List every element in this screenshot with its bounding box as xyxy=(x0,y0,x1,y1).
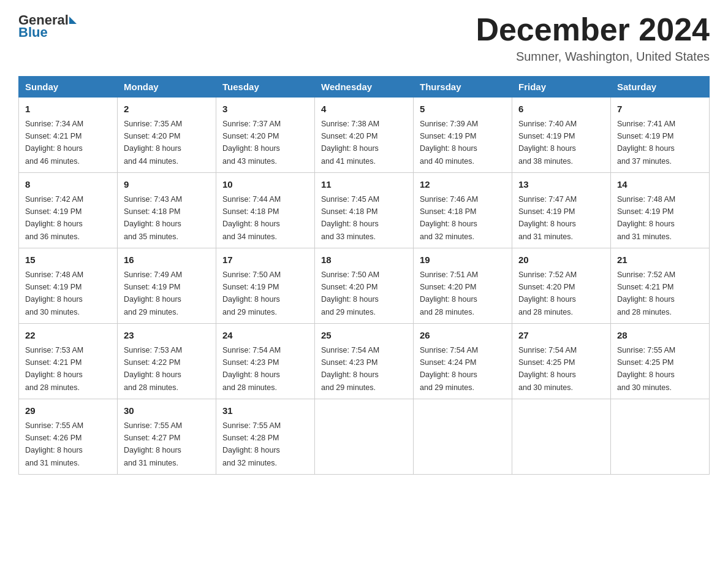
day-number: 28 xyxy=(617,329,703,343)
day-info: Sunrise: 7:52 AMSunset: 4:21 PMDaylight:… xyxy=(617,270,675,316)
calendar-cell: 15Sunrise: 7:48 AMSunset: 4:19 PMDayligh… xyxy=(19,248,118,324)
day-number: 8 xyxy=(25,178,111,192)
calendar-cell xyxy=(611,399,710,475)
day-number: 4 xyxy=(321,102,407,117)
calendar-cell: 31Sunrise: 7:55 AMSunset: 4:28 PMDayligh… xyxy=(216,399,315,475)
calendar-cell: 10Sunrise: 7:44 AMSunset: 4:18 PMDayligh… xyxy=(216,173,315,248)
title-section: December 2024 Sumner, Washington, United… xyxy=(476,12,710,64)
day-info: Sunrise: 7:41 AMSunset: 4:19 PMDaylight:… xyxy=(617,120,675,166)
week-row-2: 8Sunrise: 7:42 AMSunset: 4:19 PMDaylight… xyxy=(19,173,710,248)
page-header: General Blue December 2024 Sumner, Washi… xyxy=(18,12,710,64)
day-number: 30 xyxy=(124,404,210,418)
day-number: 18 xyxy=(321,253,407,267)
calendar-cell: 26Sunrise: 7:54 AMSunset: 4:24 PMDayligh… xyxy=(414,324,512,399)
day-info: Sunrise: 7:55 AMSunset: 4:26 PMDaylight:… xyxy=(25,421,83,467)
day-info: Sunrise: 7:54 AMSunset: 4:24 PMDaylight:… xyxy=(420,346,478,392)
day-info: Sunrise: 7:55 AMSunset: 4:28 PMDaylight:… xyxy=(222,421,281,467)
day-info: Sunrise: 7:54 AMSunset: 4:23 PMDaylight:… xyxy=(222,346,281,392)
day-info: Sunrise: 7:37 AMSunset: 4:20 PMDaylight:… xyxy=(222,120,281,166)
day-number: 2 xyxy=(124,102,210,117)
day-number: 9 xyxy=(124,178,210,192)
calendar-cell: 17Sunrise: 7:50 AMSunset: 4:19 PMDayligh… xyxy=(216,248,315,324)
logo-blue-text: Blue xyxy=(18,25,48,40)
day-info: Sunrise: 7:54 AMSunset: 4:23 PMDaylight:… xyxy=(321,346,379,392)
day-info: Sunrise: 7:39 AMSunset: 4:19 PMDaylight:… xyxy=(420,120,478,166)
day-number: 5 xyxy=(420,102,506,117)
header-friday: Friday xyxy=(512,77,611,98)
day-info: Sunrise: 7:38 AMSunset: 4:20 PMDaylight:… xyxy=(321,120,379,166)
day-number: 26 xyxy=(420,329,506,343)
day-info: Sunrise: 7:46 AMSunset: 4:18 PMDaylight:… xyxy=(420,195,478,241)
header-sunday: Sunday xyxy=(19,77,118,98)
calendar-cell: 21Sunrise: 7:52 AMSunset: 4:21 PMDayligh… xyxy=(611,248,710,324)
day-number: 11 xyxy=(321,178,407,192)
header-thursday: Thursday xyxy=(414,77,512,98)
day-number: 27 xyxy=(518,329,604,343)
calendar-cell: 12Sunrise: 7:46 AMSunset: 4:18 PMDayligh… xyxy=(414,173,512,248)
calendar-cell: 5Sunrise: 7:39 AMSunset: 4:19 PMDaylight… xyxy=(414,98,512,173)
day-info: Sunrise: 7:53 AMSunset: 4:22 PMDaylight:… xyxy=(124,346,182,392)
day-number: 6 xyxy=(518,102,604,117)
day-number: 3 xyxy=(222,102,308,117)
day-info: Sunrise: 7:55 AMSunset: 4:27 PMDaylight:… xyxy=(124,421,182,467)
day-number: 23 xyxy=(124,329,210,343)
day-number: 29 xyxy=(25,404,111,418)
day-number: 19 xyxy=(420,253,506,267)
calendar-cell: 9Sunrise: 7:43 AMSunset: 4:18 PMDaylight… xyxy=(118,173,216,248)
header-wednesday: Wednesday xyxy=(315,77,414,98)
calendar-cell: 2Sunrise: 7:35 AMSunset: 4:20 PMDaylight… xyxy=(118,98,216,173)
day-info: Sunrise: 7:40 AMSunset: 4:19 PMDaylight:… xyxy=(518,120,577,166)
logo: General Blue xyxy=(18,12,77,40)
calendar-cell: 27Sunrise: 7:54 AMSunset: 4:25 PMDayligh… xyxy=(512,324,611,399)
calendar-table: SundayMondayTuesdayWednesdayThursdayFrid… xyxy=(18,76,710,475)
day-info: Sunrise: 7:50 AMSunset: 4:20 PMDaylight:… xyxy=(321,270,379,316)
calendar-cell: 11Sunrise: 7:45 AMSunset: 4:18 PMDayligh… xyxy=(315,173,414,248)
day-info: Sunrise: 7:43 AMSunset: 4:18 PMDaylight:… xyxy=(124,195,182,241)
calendar-cell: 22Sunrise: 7:53 AMSunset: 4:21 PMDayligh… xyxy=(19,324,118,399)
day-number: 17 xyxy=(222,253,308,267)
header-tuesday: Tuesday xyxy=(216,77,315,98)
day-number: 12 xyxy=(420,178,506,192)
week-row-3: 15Sunrise: 7:48 AMSunset: 4:19 PMDayligh… xyxy=(19,248,710,324)
day-number: 20 xyxy=(518,253,604,267)
calendar-cell: 4Sunrise: 7:38 AMSunset: 4:20 PMDaylight… xyxy=(315,98,414,173)
calendar-cell: 7Sunrise: 7:41 AMSunset: 4:19 PMDaylight… xyxy=(611,98,710,173)
day-info: Sunrise: 7:53 AMSunset: 4:21 PMDaylight:… xyxy=(25,346,83,392)
day-info: Sunrise: 7:45 AMSunset: 4:18 PMDaylight:… xyxy=(321,195,379,241)
logo-arrow-icon xyxy=(69,17,77,24)
calendar-cell: 30Sunrise: 7:55 AMSunset: 4:27 PMDayligh… xyxy=(118,399,216,475)
calendar-cell: 29Sunrise: 7:55 AMSunset: 4:26 PMDayligh… xyxy=(19,399,118,475)
day-number: 21 xyxy=(617,253,703,267)
header-saturday: Saturday xyxy=(611,77,710,98)
day-number: 15 xyxy=(25,253,111,267)
calendar-cell: 6Sunrise: 7:40 AMSunset: 4:19 PMDaylight… xyxy=(512,98,611,173)
day-info: Sunrise: 7:44 AMSunset: 4:18 PMDaylight:… xyxy=(222,195,281,241)
day-info: Sunrise: 7:54 AMSunset: 4:25 PMDaylight:… xyxy=(518,346,577,392)
day-number: 16 xyxy=(124,253,210,267)
day-info: Sunrise: 7:42 AMSunset: 4:19 PMDaylight:… xyxy=(25,195,83,241)
calendar-cell: 1Sunrise: 7:34 AMSunset: 4:21 PMDaylight… xyxy=(19,98,118,173)
calendar-cell xyxy=(315,399,414,475)
calendar-cell xyxy=(512,399,611,475)
calendar-cell: 3Sunrise: 7:37 AMSunset: 4:20 PMDaylight… xyxy=(216,98,315,173)
day-number: 10 xyxy=(222,178,308,192)
header-monday: Monday xyxy=(118,77,216,98)
day-info: Sunrise: 7:47 AMSunset: 4:19 PMDaylight:… xyxy=(518,195,577,241)
day-info: Sunrise: 7:55 AMSunset: 4:25 PMDaylight:… xyxy=(617,346,675,392)
calendar-cell: 28Sunrise: 7:55 AMSunset: 4:25 PMDayligh… xyxy=(611,324,710,399)
day-info: Sunrise: 7:52 AMSunset: 4:20 PMDaylight:… xyxy=(518,270,577,316)
location-subtitle: Sumner, Washington, United States xyxy=(476,50,710,64)
week-row-1: 1Sunrise: 7:34 AMSunset: 4:21 PMDaylight… xyxy=(19,98,710,173)
calendar-cell: 25Sunrise: 7:54 AMSunset: 4:23 PMDayligh… xyxy=(315,324,414,399)
day-number: 1 xyxy=(25,102,111,117)
day-info: Sunrise: 7:34 AMSunset: 4:21 PMDaylight:… xyxy=(25,120,83,166)
calendar-cell: 18Sunrise: 7:50 AMSunset: 4:20 PMDayligh… xyxy=(315,248,414,324)
day-number: 13 xyxy=(518,178,604,192)
day-number: 7 xyxy=(617,102,703,117)
day-number: 22 xyxy=(25,329,111,343)
day-info: Sunrise: 7:48 AMSunset: 4:19 PMDaylight:… xyxy=(617,195,675,241)
calendar-cell xyxy=(414,399,512,475)
calendar-cell: 16Sunrise: 7:49 AMSunset: 4:19 PMDayligh… xyxy=(118,248,216,324)
day-number: 14 xyxy=(617,178,703,192)
calendar-cell: 13Sunrise: 7:47 AMSunset: 4:19 PMDayligh… xyxy=(512,173,611,248)
